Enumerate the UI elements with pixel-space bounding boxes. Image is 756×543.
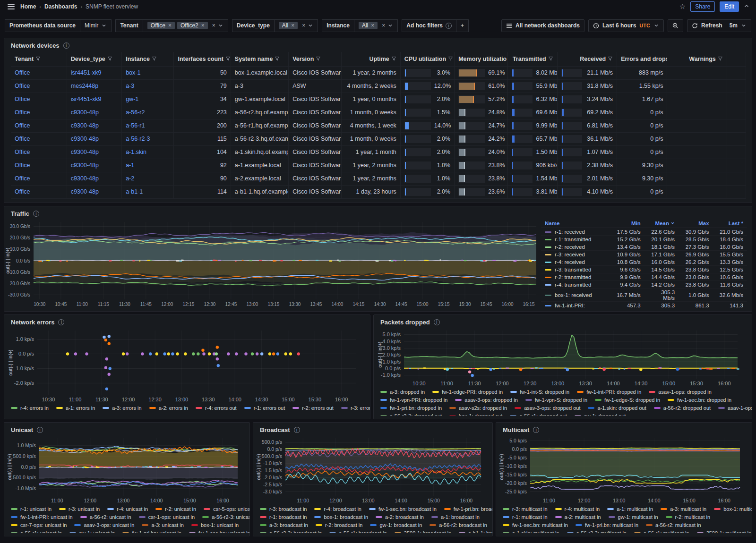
legend-item[interactable]: a-3: errors in — [103, 405, 141, 411]
column-header-warnings[interactable]: Warnings — [667, 52, 727, 66]
star-icon[interactable]: ☆ — [679, 2, 686, 11]
legend-item[interactable]: fw-1-pri.bn: broadcast in — [444, 506, 492, 512]
legend-item[interactable]: fw-1-int-S: dropped in — [510, 389, 569, 395]
filter-chip[interactable]: Office2× — [177, 22, 208, 29]
traffic-chart[interactable]: 30.0 Gb/s20.0 Gb/s10.0 Gb/s0.0 b/s-10.0 … — [4, 219, 541, 309]
column-header-blank[interactable] — [727, 52, 746, 66]
legend-item[interactable]: 2500-1: multicast in — [697, 530, 751, 533]
legend-item[interactable]: gw-1: unicast in — [69, 530, 115, 533]
legend-item[interactable]: r-4: multicast in — [555, 506, 600, 512]
legend-item[interactable]: a-56-r2-3: multicast in — [567, 530, 627, 533]
legend-item[interactable]: r-2: multicast in — [666, 514, 711, 520]
legend-item[interactable]: r-3: broadcast in — [260, 506, 307, 512]
instance-link[interactable]: a-1 — [126, 162, 134, 169]
legend-item[interactable]: a-56-r2: broadcast in — [430, 522, 487, 528]
legend-item[interactable]: csr-1-ops: unicast in — [139, 514, 195, 520]
instance-link[interactable]: gw-1 — [126, 96, 138, 102]
legend-item[interactable]: r-2: errors out — [292, 405, 334, 411]
instance-link[interactable]: a-2 — [126, 175, 134, 182]
legend-item[interactable]: a-3: broadcast in — [260, 522, 308, 528]
tenant-link[interactable]: Office — [15, 83, 30, 89]
info-icon[interactable]: i — [37, 427, 43, 433]
column-header-mem[interactable]: Memory utilizatio — [455, 52, 508, 66]
legend-item[interactable]: fw-1-int-PRI: dropped in — [577, 389, 641, 395]
device_type-link[interactable]: isr4451-xk9 — [71, 96, 102, 102]
legend-item[interactable]: asav-3-ops: dropped in — [455, 397, 518, 403]
legend-item[interactable]: r-2: unicast in — [155, 506, 196, 512]
legend-item[interactable]: r-2: broadcast in — [316, 522, 362, 528]
legend-item[interactable]: csr-5-ops: unicast in — [204, 506, 249, 512]
legend-item[interactable]: a-1.skin: multicast in — [503, 530, 559, 533]
menu-icon[interactable] — [7, 3, 16, 10]
legend-item[interactable]: fw-1-int-PRI: unicast in — [11, 514, 73, 520]
share-button[interactable]: Share — [690, 1, 715, 12]
legend-item[interactable]: r-4: errors in — [11, 405, 49, 411]
legend-item[interactable]: fw-1-edge-S: dropped in — [595, 397, 660, 403]
info-icon[interactable]: i — [33, 211, 39, 217]
legend-series-name[interactable]: r-3: transmitted — [541, 266, 610, 273]
legend-item[interactable]: fw-1-vpn-PRI: dropped in — [380, 397, 447, 403]
legend-item[interactable]: fw-1-sec.bn: dropped in — [668, 397, 731, 403]
tenant-link[interactable]: Office — [15, 136, 30, 142]
legend-item[interactable]: r-1: broadcast in — [260, 514, 307, 520]
tenant-link[interactable]: Office — [15, 122, 30, 129]
column-header-rx[interactable]: Received — [557, 52, 617, 66]
instance-link[interactable]: box-1 — [126, 69, 140, 76]
refresh-button[interactable]: Refresh 5m — [687, 19, 751, 32]
datasource-value[interactable]: Mimir — [80, 19, 112, 32]
info-icon[interactable]: i — [294, 427, 300, 433]
device_type-link[interactable]: c9300-48p — [71, 175, 99, 182]
tenant-link[interactable]: Office — [15, 162, 30, 169]
legend-item[interactable]: fw-1-sec.bn: unicast in — [189, 530, 249, 533]
legend-item[interactable]: asav-3-ops: dropped out — [515, 405, 580, 411]
clear-icon[interactable]: × — [212, 22, 215, 29]
panel-title[interactable]: Multicast — [503, 426, 529, 433]
legend-item[interactable]: r-1: multicast in — [503, 514, 548, 520]
column-header-device_type[interactable]: Device_type — [67, 52, 121, 66]
legend-item[interactable]: r-1: unicast in — [11, 506, 52, 512]
legend-item[interactable]: a-b1-1: broadcast in — [459, 530, 492, 533]
legend-item[interactable]: fw-1-edge-PRI: dropped in — [432, 389, 503, 395]
instance-link[interactable]: a-3 — [126, 83, 134, 89]
instance-link[interactable]: a-56-r1 — [126, 122, 145, 129]
legend-item[interactable]: fw-1-pri.bn: dropped in — [380, 405, 442, 411]
clear-icon[interactable]: × — [302, 22, 305, 29]
legend-item[interactable]: r-1: errors out — [244, 405, 285, 411]
legend-series-name[interactable]: box-1: received — [541, 288, 610, 302]
multicast-chart[interactable]: 5.0 kp/s0.0 p/s-5.0 kp/s-10.0 kp/s-15.0 … — [498, 435, 745, 505]
tenant-link[interactable]: Office — [15, 109, 30, 116]
remove-icon[interactable]: × — [371, 22, 374, 29]
legend-item[interactable]: a-3: dropped in — [380, 389, 425, 395]
legend-item[interactable]: a-3: multicast in — [661, 506, 706, 512]
legend-series-name[interactable]: r-2: transmitted — [541, 273, 610, 281]
column-header-tx[interactable]: Transmitted — [508, 52, 557, 66]
legend-item[interactable]: a-1: broadcast in — [431, 514, 480, 520]
legend-item[interactable]: a-1: errors in — [56, 405, 95, 411]
device_type-link[interactable]: c9300-48p — [71, 162, 99, 169]
legend-series-name[interactable]: r-1: received — [541, 228, 610, 236]
legend-item[interactable]: asav-1-ops: dropped in — [649, 389, 712, 395]
breadcrumb-home[interactable]: Home — [20, 3, 36, 10]
legend-header[interactable]: Last * — [713, 219, 747, 228]
panel-title[interactable]: Packets dropped — [380, 319, 430, 326]
legend-item[interactable]: r-3: unicast in — [59, 506, 100, 512]
legend-item[interactable]: csr-7-ops: unicast in — [11, 522, 67, 528]
panel-title[interactable]: Network devices — [11, 42, 60, 49]
network-errors-chart[interactable]: 1.0 kp/s0.0 p/s-1.0 kp/s-2.0 kp/s10:3011… — [7, 328, 361, 404]
legend-item[interactable]: a-2: errors in — [149, 405, 188, 411]
clear-icon[interactable]: × — [382, 22, 385, 29]
legend-item[interactable]: a-56-r1: dropped out — [510, 413, 567, 416]
legend-item[interactable]: a-56-r1: multicast in — [634, 530, 689, 533]
tenant-link[interactable]: Office — [15, 175, 30, 182]
device_type-link[interactable]: mes2448p — [71, 83, 98, 89]
legend-item[interactable]: fw-1-vpn-S: dropped in — [525, 397, 587, 403]
instance-link[interactable]: a-1.skin — [126, 149, 146, 155]
legend-item[interactable]: r-4: unicast in — [107, 506, 148, 512]
legend-header[interactable]: Name — [541, 219, 610, 228]
broadcast-chart[interactable]: 500.0 p/s0.0 p/s-500.0 p/s-1.0 kp/s-1.5 … — [255, 435, 486, 505]
legend-item[interactable]: a-1.skin: dropped out — [588, 405, 646, 411]
unicast-chart[interactable]: 1.0 Mp/s500.0 kp/s0.0 p/s-500.0 kp/s-1.0… — [6, 435, 242, 505]
legend-series-name[interactable]: r-2: received — [541, 243, 610, 251]
instance-link[interactable]: a-b1-1 — [126, 188, 143, 195]
legend-item[interactable]: a-56-r2: unicast in — [80, 514, 131, 520]
